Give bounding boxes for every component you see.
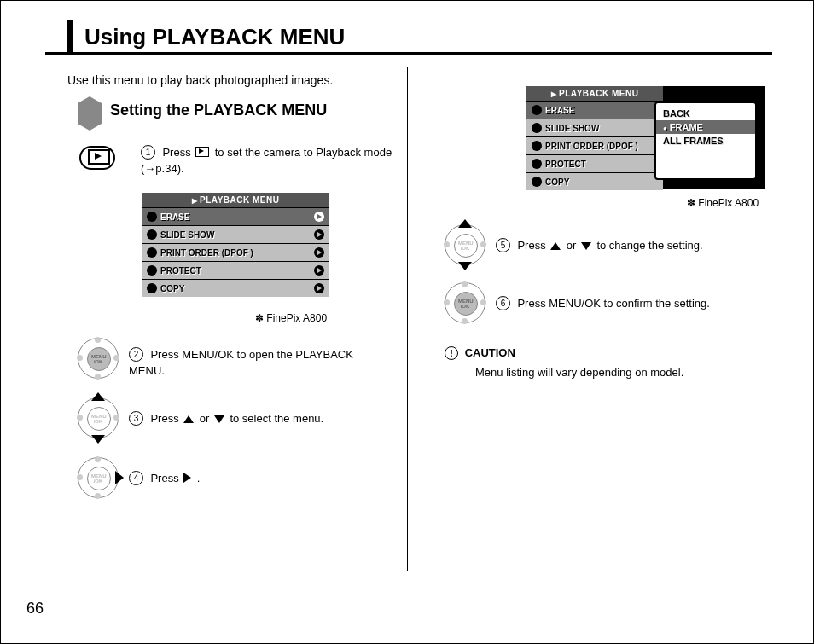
- controller-menu-ok-icon-2: MENU /OK: [445, 282, 485, 323]
- caution-label: CAUTION: [465, 346, 515, 359]
- column-divider: [407, 67, 408, 571]
- menu2-row-erase: ERASE: [526, 101, 663, 119]
- sub-back: BACK: [656, 107, 755, 120]
- step-6-text: Press MENU/OK to confirm the setting.: [517, 297, 709, 310]
- step-number-2: 2: [129, 347, 143, 362]
- step-number-1: 1: [141, 145, 155, 160]
- menu-row-erase: ERASE: [142, 207, 329, 225]
- step-1-text-a: Press: [162, 146, 194, 159]
- down-arrow-icon-2: [581, 242, 591, 250]
- erase-submenu-panel: BACK FRAME ALL FRAMES: [654, 102, 757, 180]
- playback-mode-icon: [195, 147, 209, 157]
- menu-row-protect: PROTECT: [142, 261, 329, 279]
- caution-icon: !: [445, 346, 458, 360]
- title-underline: [45, 52, 772, 55]
- step-3: 3 Press or to select the menu.: [129, 410, 385, 426]
- intro-text: Use this menu to play back photographed …: [67, 73, 333, 87]
- lcd-screen-erase-submenu: PLAYBACK MENU ERASE SLIDE SHOW PRINT ORD…: [526, 86, 765, 189]
- model-note-1: FinePix A800: [255, 312, 327, 324]
- controller-up-down-icon: MENU /OK: [78, 397, 119, 438]
- playback-button-icon: [79, 146, 115, 170]
- page-title: Using PLAYBACK MENU: [84, 24, 345, 50]
- title-rule: [67, 20, 73, 52]
- step-5: 5 Press or to change the setting.: [496, 237, 769, 253]
- right-arrow-icon: [183, 473, 191, 483]
- page-number: 66: [26, 600, 44, 618]
- menu-row-printorder: PRINT ORDER (DPOF ): [142, 243, 329, 261]
- step-4: 4 Press .: [129, 470, 385, 486]
- step-2-text: Press MENU/OK to open the PLAYBACK MENU.: [129, 348, 353, 377]
- step-2: 2 Press MENU/OK to open the PLAYBACK MEN…: [129, 346, 385, 378]
- menu-row-slideshow: SLIDE SHOW: [142, 225, 329, 243]
- menu2-row-slideshow: SLIDE SHOW: [526, 119, 663, 136]
- controller-menu-ok-icon: MENU /OK: [78, 338, 119, 379]
- screen1-title: PLAYBACK MENU: [142, 193, 329, 207]
- step-number-3: 3: [129, 411, 143, 426]
- screen2-title: PLAYBACK MENU: [526, 86, 663, 101]
- section-heading: Setting the PLAYBACK MENU: [110, 102, 327, 119]
- menu2-row-printorder: PRINT ORDER (DPOF ): [526, 136, 663, 154]
- menu2-row-protect: PROTECT: [526, 154, 663, 172]
- step-number-4: 4: [129, 471, 143, 485]
- down-arrow-icon: [214, 415, 224, 423]
- step-number-6: 6: [496, 296, 510, 310]
- up-arrow-icon-2: [550, 242, 561, 250]
- step-6: 6 Press MENU/OK to confirm the setting.: [496, 295, 769, 311]
- caution-text: Menu listing will vary depending on mode…: [475, 366, 683, 379]
- hexagon-bullet-icon: [78, 103, 102, 124]
- caution-heading: ! CAUTION: [445, 346, 515, 360]
- step-1: 1 Press to set the camera to Playback mo…: [141, 144, 397, 176]
- up-arrow-icon: [183, 415, 194, 423]
- lcd-screen-playback-menu: PLAYBACK MENU ERASE SLIDE SHOW PRINT ORD…: [142, 193, 329, 297]
- sub-frame: FRAME: [656, 120, 755, 134]
- controller-up-down-icon-2: MENU /OK: [445, 224, 485, 265]
- manual-page: Using PLAYBACK MENU Use this menu to pla…: [0, 0, 814, 644]
- model-note-2: FinePix A800: [687, 197, 759, 209]
- sub-allframes: ALL FRAMES: [656, 134, 755, 148]
- menu2-row-copy: COPY: [526, 172, 663, 190]
- menu-row-copy: COPY: [142, 279, 329, 297]
- step-number-5: 5: [496, 238, 510, 252]
- controller-right-icon: MENU /OK: [78, 457, 119, 498]
